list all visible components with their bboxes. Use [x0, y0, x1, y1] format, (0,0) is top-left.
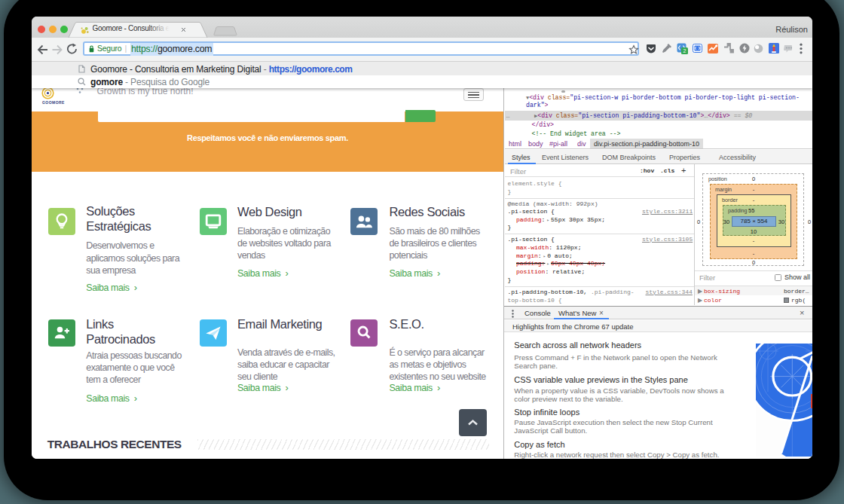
- svg-text:2: 2: [683, 48, 687, 53]
